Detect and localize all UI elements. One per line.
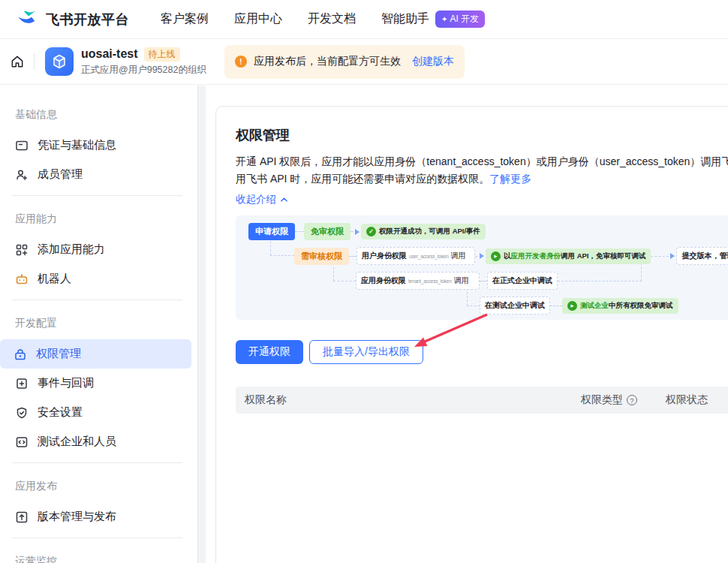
connector-line (480, 281, 487, 282)
connector-line (270, 255, 294, 256)
connector-line (350, 231, 353, 232)
connector-line (270, 241, 271, 255)
test-corp-node: 测试企业中所有权限免审调试 (562, 298, 678, 314)
app-icon (45, 47, 74, 76)
nav-item-cases[interactable]: 客户案例 (161, 11, 209, 27)
sidebar-item-security[interactable]: 安全设置 (0, 398, 197, 427)
sidebar-item-add-capability[interactable]: 添加应用能力 (0, 235, 197, 264)
sidebar-divider (12, 537, 182, 538)
test-debug-node: 在测试企业中调试 (480, 297, 550, 315)
member-plus-icon (15, 168, 29, 182)
app-subtitle: 正式应用@用户995282的组织 (81, 64, 206, 77)
sidebar-item-bot[interactable]: 机器人 (0, 264, 197, 294)
publish-icon (15, 510, 29, 524)
submit-version-node: 提交版本，管理员审核通过 (676, 247, 728, 265)
learn-more-link[interactable]: 了解更多 (489, 173, 531, 185)
debug-circle-icon (567, 301, 577, 311)
open-permission-button[interactable]: 开通权限 (236, 340, 303, 364)
help-icon[interactable] (627, 395, 637, 405)
apply-permission-node: 申请权限 (248, 223, 295, 240)
nav-item-assistant[interactable]: 智能助手 AI 开发 (381, 11, 485, 28)
connector-line (550, 306, 562, 306)
top-navigation: 飞书开放平台 客户案例 应用中心 开发文档 智能助手 AI 开发 (0, 0, 728, 39)
code-icon (15, 435, 29, 449)
check-circle-icon (366, 227, 376, 236)
column-permission-name: 权限名称 (245, 393, 581, 407)
batch-import-export-button[interactable]: 批量导入/导出权限 (309, 340, 423, 364)
need-review-node: 需审核权限 (294, 248, 349, 265)
connector-line (349, 256, 356, 257)
column-permission-type: 权限类型 (581, 393, 637, 407)
id-card-icon (15, 139, 29, 152)
sidebar-item-version[interactable]: 版本管理与发布 (0, 502, 197, 531)
event-callback-icon (15, 377, 29, 390)
sidebar-scrollbar[interactable] (197, 86, 206, 563)
connector-line (651, 256, 669, 257)
flow-arrow-icon (670, 253, 675, 259)
success-node: 权限开通成功，可调用 API/事件 (361, 224, 486, 239)
sidebar-divider (12, 195, 182, 196)
status-badge: 待上线 (144, 47, 180, 62)
sidebar-divider (12, 300, 182, 300)
formal-debug-node: 在正式企业中调试 (487, 272, 558, 290)
sidebar-item-events[interactable]: 事件与回调 (0, 369, 197, 398)
sidebar-section-capabilities: 应用能力 (0, 202, 197, 235)
permissions-table-header: 权限名称 权限类型 权限状态 (236, 387, 728, 414)
publish-alert: 应用发布后，当前配置方可生效 创建版本 (224, 45, 465, 79)
connector-line (475, 256, 478, 257)
permissions-card: 权限管理 开通 API 权限后，应用才能以应用身份（tenant_access_… (215, 106, 728, 563)
column-permission-status: 权限状态 (666, 393, 708, 407)
sidebar-item-credentials[interactable]: 凭证与基础信息 (0, 131, 197, 160)
brand[interactable]: 飞书开放平台 (15, 8, 129, 30)
app-name: uosai-test (81, 47, 138, 61)
nav-item-docs[interactable]: 开发文档 (308, 11, 356, 27)
user-identity-node: 用户身份权限 user_access_token 调用 (356, 247, 475, 265)
ai-dev-badge[interactable]: AI 开发 (435, 11, 485, 28)
sidebar-item-test-company[interactable]: 测试企业和人员 (0, 427, 197, 456)
brand-name: 飞书开放平台 (46, 11, 129, 29)
connector-line (558, 281, 642, 282)
flow-arrow-icon (480, 253, 484, 259)
tenant-identity-node: 应用身份权限 tenant_access_token 调用 (356, 272, 480, 290)
grid-plus-icon (15, 243, 29, 257)
create-version-link[interactable]: 创建版本 (412, 55, 454, 68)
page-title: 权限管理 (236, 126, 728, 144)
developer-call-node: 以应用开发者身份调用 API，免审核即可调试 (486, 248, 651, 264)
sidebar-divider (12, 462, 182, 463)
no-review-node: 免审权限 (304, 223, 350, 240)
connector-line (295, 231, 304, 232)
lock-icon (14, 348, 27, 361)
header-divider (34, 53, 35, 70)
chevron-up-icon (280, 197, 288, 203)
feishu-logo-icon (15, 8, 40, 30)
sidebar-item-members[interactable]: 成员管理 (0, 160, 197, 189)
app-header: uosai-test 待上线 正式应用@用户995282的组织 应用发布后，当前… (0, 39, 728, 85)
debug-circle-icon (491, 251, 501, 261)
nav-item-app-center[interactable]: 应用中心 (234, 11, 282, 27)
sidebar: 基础信息 凭证与基础信息 成员管理 应用能力 (0, 86, 197, 563)
page-description: 开通 API 权限后，应用才能以应用身份（tenant_access_token… (236, 153, 728, 188)
permission-flow-diagram: 申请权限 免审权限 权限开通成功，可调用 API/事件 需审核权限 用户身份 (236, 215, 728, 320)
sidebar-section-dev-config: 开发配置 (0, 306, 197, 339)
connector-line (333, 281, 356, 282)
sidebar-section-publish: 应用发布 (0, 469, 197, 502)
main-content: 权限管理 开通 API 权限后，应用才能以应用身份（tenant_access_… (206, 86, 728, 563)
sidebar-section-monitoring: 运营监控 (0, 544, 197, 563)
shield-check-icon (15, 406, 29, 420)
robot-icon (15, 272, 29, 286)
collapse-intro-link[interactable]: 收起介绍 (236, 193, 728, 206)
sidebar-section-basic-info: 基础信息 (0, 98, 197, 131)
warning-icon (235, 56, 247, 68)
home-icon[interactable] (10, 54, 25, 69)
alert-text: 应用发布后，当前配置方可生效 (254, 55, 401, 68)
connector-line (467, 306, 480, 306)
sidebar-item-permissions[interactable]: 权限管理 (0, 339, 191, 369)
flow-arrow-icon (355, 229, 359, 235)
